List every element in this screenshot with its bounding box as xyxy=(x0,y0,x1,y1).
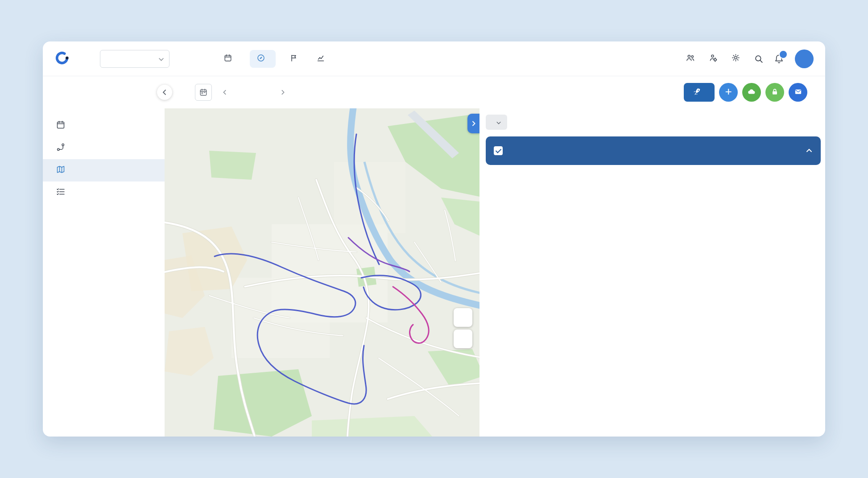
lock-icon xyxy=(771,88,779,97)
back-button[interactable] xyxy=(157,85,172,100)
user-avatar[interactable] xyxy=(795,49,814,68)
map[interactable] xyxy=(165,108,479,437)
group-header xyxy=(486,136,821,165)
chevron-down-icon xyxy=(159,55,164,62)
nav-item-analyze[interactable] xyxy=(316,50,329,68)
route-icon xyxy=(56,143,65,153)
toolbar: + xyxy=(165,76,825,108)
date-picker-button[interactable] xyxy=(195,84,212,101)
main-area: + xyxy=(165,76,825,437)
group-collapse-button[interactable] xyxy=(806,147,813,154)
app-logo[interactable] xyxy=(54,50,74,67)
zoom-out-button[interactable] xyxy=(454,330,472,348)
app-window: + xyxy=(43,41,825,437)
nav-item-resources[interactable] xyxy=(709,54,720,64)
sidebar-item-routes[interactable] xyxy=(43,137,165,159)
zoom-in-button[interactable] xyxy=(454,308,472,327)
cloud-icon xyxy=(747,87,756,98)
filter-display-button[interactable] xyxy=(486,115,507,130)
add-route-button[interactable]: + xyxy=(719,83,738,102)
nav-right xyxy=(686,49,814,68)
collapse-panel-button[interactable] xyxy=(467,114,479,133)
main-nav xyxy=(223,50,329,68)
search-button[interactable] xyxy=(754,54,763,63)
flag-icon xyxy=(290,54,298,64)
lock-button[interactable] xyxy=(765,83,784,102)
sidebar-item-agenda[interactable] xyxy=(43,115,165,137)
nav-item-plan[interactable] xyxy=(223,50,236,68)
nav-item-organize[interactable] xyxy=(250,50,276,68)
previous-day-button[interactable] xyxy=(218,86,231,99)
notifications-button[interactable] xyxy=(774,54,784,63)
gear-icon xyxy=(732,54,740,64)
toolbar-actions: + xyxy=(684,83,807,102)
rocket-icon xyxy=(693,87,701,97)
next-day-button[interactable] xyxy=(276,86,289,99)
map-icon xyxy=(56,165,65,176)
agency-select[interactable] xyxy=(100,50,169,68)
patients-icon xyxy=(686,54,694,64)
checklist-icon xyxy=(56,187,65,198)
reoptimize-routes-button[interactable] xyxy=(684,83,715,102)
email-button[interactable] xyxy=(789,83,807,102)
nav-item-monitor[interactable] xyxy=(289,50,302,68)
sidebar-item-map[interactable] xyxy=(43,159,165,181)
group-select-all-checkbox[interactable] xyxy=(494,146,503,155)
sidebar-item-list-of-deliveries[interactable] xyxy=(43,181,165,204)
resources-icon xyxy=(709,54,717,64)
envelope-icon xyxy=(794,87,802,97)
cloud-sync-button[interactable] xyxy=(742,83,761,102)
agenda-calendar-icon xyxy=(56,120,65,131)
compass-icon xyxy=(257,54,265,64)
agency-group xyxy=(94,50,169,68)
notification-count-badge xyxy=(779,50,788,59)
chevron-down-icon xyxy=(496,119,501,126)
nav-item-patients[interactable] xyxy=(686,54,698,64)
calendar-icon xyxy=(224,54,232,64)
top-navigation xyxy=(43,41,825,76)
logo-icon xyxy=(54,50,70,67)
map-markers-layer xyxy=(165,108,479,437)
sidebar xyxy=(43,76,165,437)
chart-icon xyxy=(317,54,325,64)
nav-item-settings[interactable] xyxy=(732,54,743,64)
routes-panel xyxy=(479,108,825,437)
